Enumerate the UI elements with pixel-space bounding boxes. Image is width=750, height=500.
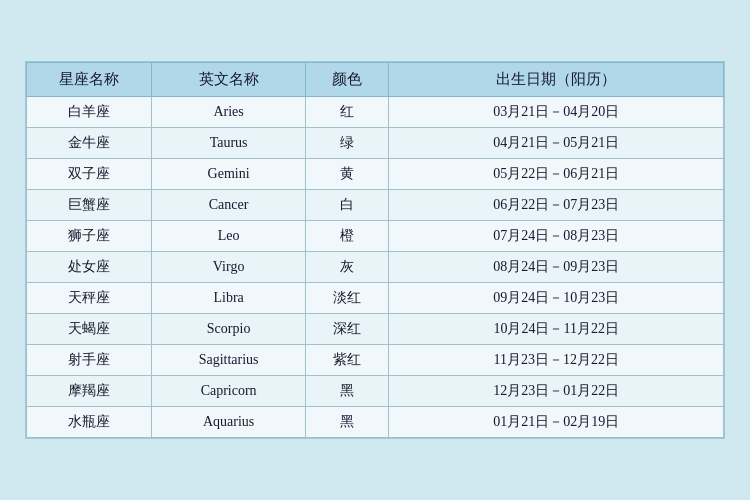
table-row: 水瓶座Aquarius黑01月21日－02月19日	[27, 407, 724, 438]
cell-english: Taurus	[152, 128, 305, 159]
cell-chinese: 天蝎座	[27, 314, 152, 345]
cell-date: 01月21日－02月19日	[389, 407, 724, 438]
table-row: 天蝎座Scorpio深红10月24日－11月22日	[27, 314, 724, 345]
cell-english: Leo	[152, 221, 305, 252]
cell-date: 11月23日－12月22日	[389, 345, 724, 376]
cell-color: 橙	[305, 221, 389, 252]
cell-color: 深红	[305, 314, 389, 345]
table-row: 天秤座Libra淡红09月24日－10月23日	[27, 283, 724, 314]
table-row: 金牛座Taurus绿04月21日－05月21日	[27, 128, 724, 159]
cell-color: 黑	[305, 376, 389, 407]
table-body: 白羊座Aries红03月21日－04月20日金牛座Taurus绿04月21日－0…	[27, 97, 724, 438]
cell-english: Capricorn	[152, 376, 305, 407]
table-row: 狮子座Leo橙07月24日－08月23日	[27, 221, 724, 252]
table-row: 巨蟹座Cancer白06月22日－07月23日	[27, 190, 724, 221]
cell-english: Cancer	[152, 190, 305, 221]
cell-color: 黑	[305, 407, 389, 438]
table-row: 白羊座Aries红03月21日－04月20日	[27, 97, 724, 128]
cell-date: 09月24日－10月23日	[389, 283, 724, 314]
table-row: 射手座Sagittarius紫红11月23日－12月22日	[27, 345, 724, 376]
cell-date: 10月24日－11月22日	[389, 314, 724, 345]
cell-chinese: 水瓶座	[27, 407, 152, 438]
cell-chinese: 双子座	[27, 159, 152, 190]
cell-color: 紫红	[305, 345, 389, 376]
table-header-row: 星座名称 英文名称 颜色 出生日期（阳历）	[27, 63, 724, 97]
header-color: 颜色	[305, 63, 389, 97]
cell-color: 绿	[305, 128, 389, 159]
cell-color: 白	[305, 190, 389, 221]
cell-english: Sagittarius	[152, 345, 305, 376]
cell-english: Gemini	[152, 159, 305, 190]
cell-english: Aries	[152, 97, 305, 128]
cell-chinese: 天秤座	[27, 283, 152, 314]
cell-date: 08月24日－09月23日	[389, 252, 724, 283]
cell-chinese: 摩羯座	[27, 376, 152, 407]
cell-date: 12月23日－01月22日	[389, 376, 724, 407]
table-row: 双子座Gemini黄05月22日－06月21日	[27, 159, 724, 190]
cell-english: Virgo	[152, 252, 305, 283]
cell-chinese: 巨蟹座	[27, 190, 152, 221]
cell-english: Aquarius	[152, 407, 305, 438]
zodiac-table: 星座名称 英文名称 颜色 出生日期（阳历） 白羊座Aries红03月21日－04…	[26, 62, 724, 438]
cell-date: 06月22日－07月23日	[389, 190, 724, 221]
cell-chinese: 处女座	[27, 252, 152, 283]
header-english: 英文名称	[152, 63, 305, 97]
cell-date: 04月21日－05月21日	[389, 128, 724, 159]
header-chinese: 星座名称	[27, 63, 152, 97]
cell-color: 灰	[305, 252, 389, 283]
cell-chinese: 金牛座	[27, 128, 152, 159]
cell-chinese: 狮子座	[27, 221, 152, 252]
cell-date: 05月22日－06月21日	[389, 159, 724, 190]
cell-date: 07月24日－08月23日	[389, 221, 724, 252]
table-row: 处女座Virgo灰08月24日－09月23日	[27, 252, 724, 283]
header-date: 出生日期（阳历）	[389, 63, 724, 97]
cell-color: 黄	[305, 159, 389, 190]
cell-chinese: 射手座	[27, 345, 152, 376]
cell-color: 红	[305, 97, 389, 128]
cell-chinese: 白羊座	[27, 97, 152, 128]
cell-color: 淡红	[305, 283, 389, 314]
zodiac-table-container: 星座名称 英文名称 颜色 出生日期（阳历） 白羊座Aries红03月21日－04…	[25, 61, 725, 439]
cell-date: 03月21日－04月20日	[389, 97, 724, 128]
cell-english: Libra	[152, 283, 305, 314]
cell-english: Scorpio	[152, 314, 305, 345]
table-row: 摩羯座Capricorn黑12月23日－01月22日	[27, 376, 724, 407]
